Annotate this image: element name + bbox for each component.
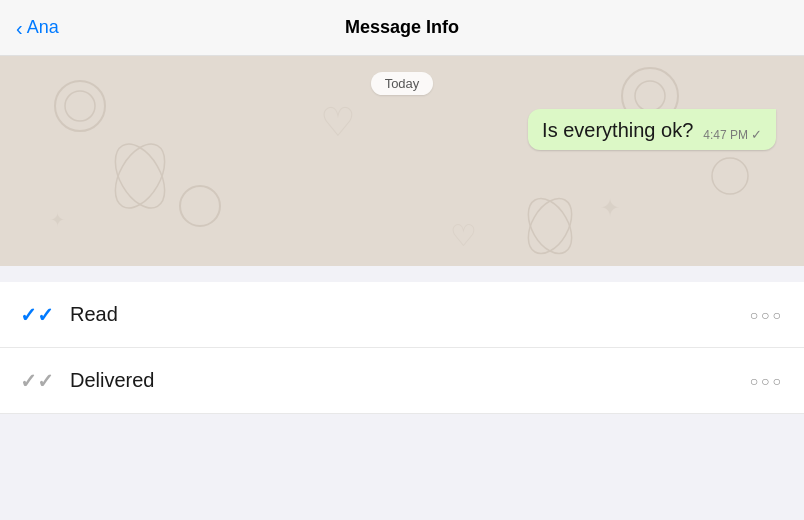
chat-area: ♡ ♡ ✦ ✦ ✦ Today Is everything ok? 4:47 P… xyxy=(0,56,804,266)
svg-point-6 xyxy=(105,136,175,217)
svg-point-0 xyxy=(55,81,105,131)
read-label: Read xyxy=(70,303,734,326)
svg-text:✦: ✦ xyxy=(50,210,65,230)
date-badge: Today xyxy=(371,72,434,95)
info-section: ✓✓ Read ○○○ ✓✓ Delivered ○○○ xyxy=(0,266,804,520)
back-button[interactable]: ‹ Ana xyxy=(16,17,59,38)
svg-text:♡: ♡ xyxy=(320,100,356,144)
svg-text:✦: ✦ xyxy=(600,194,620,221)
svg-point-9 xyxy=(519,191,580,261)
message-time: 4:47 PM xyxy=(703,128,748,142)
read-row: ✓✓ Read ○○○ xyxy=(0,282,804,348)
message-meta: 4:47 PM ✓ xyxy=(703,127,762,142)
message-check-icon: ✓ xyxy=(751,127,762,142)
message-text: Is everything ok? xyxy=(542,119,693,142)
svg-point-8 xyxy=(519,191,580,261)
message-bubble: Is everything ok? 4:47 PM ✓ xyxy=(528,109,776,150)
delivered-row: ✓✓ Delivered ○○○ xyxy=(0,348,804,414)
back-label: Ana xyxy=(27,17,59,38)
delivered-options[interactable]: ○○○ xyxy=(750,373,784,389)
chevron-left-icon: ‹ xyxy=(16,18,23,38)
header: ‹ Ana Message Info xyxy=(0,0,804,56)
svg-point-7 xyxy=(105,136,175,217)
svg-point-5 xyxy=(712,158,748,194)
svg-point-1 xyxy=(65,91,95,121)
message-content: Is everything ok? 4:47 PM ✓ xyxy=(542,119,762,142)
read-check-icon: ✓✓ xyxy=(20,303,54,327)
page-title: Message Info xyxy=(345,17,459,38)
delivered-check-icon: ✓✓ xyxy=(20,369,54,393)
svg-text:♡: ♡ xyxy=(450,219,477,252)
delivered-label: Delivered xyxy=(70,369,734,392)
read-options[interactable]: ○○○ xyxy=(750,307,784,323)
svg-point-2 xyxy=(180,186,220,226)
svg-point-4 xyxy=(635,81,665,111)
